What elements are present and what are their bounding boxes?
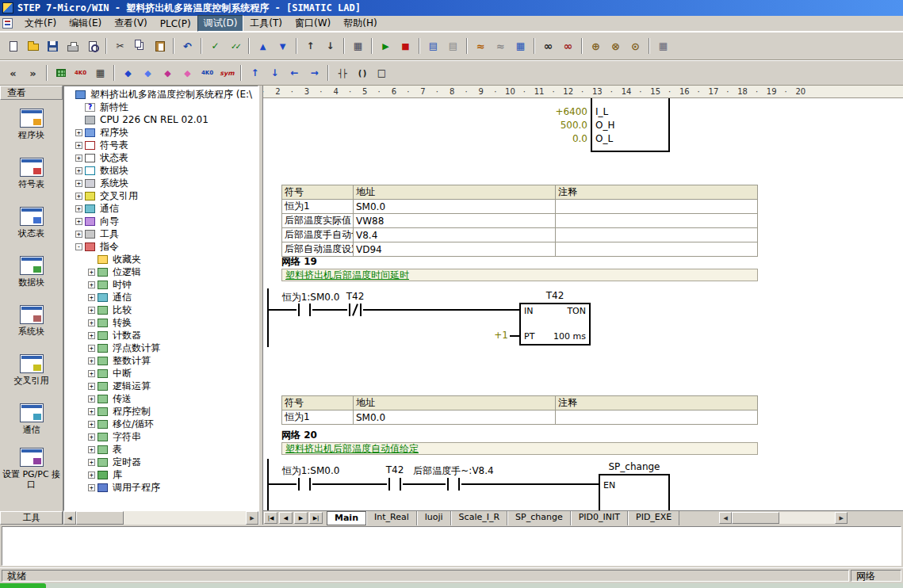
tree-item[interactable]: + 位逻辑: [64, 265, 258, 278]
menu-item[interactable]: 编辑(E): [63, 15, 108, 32]
save-button[interactable]: [44, 37, 62, 55]
tree-expander[interactable]: -: [75, 243, 82, 250]
tree-expander[interactable]: +: [88, 408, 95, 415]
network-comment[interactable]: 塑料挤出机后部温度自动值给定: [281, 442, 758, 455]
tree-expander[interactable]: +: [88, 421, 95, 428]
tree-expander[interactable]: +: [88, 383, 95, 390]
run-button[interactable]: [377, 37, 395, 55]
sidebar-item[interactable]: 交叉引用: [0, 346, 63, 395]
contact-operand[interactable]: T42: [331, 291, 379, 302]
insert-network-button[interactable]: [119, 64, 137, 82]
symbol-cell[interactable]: 恒为1: [282, 410, 354, 425]
cut-button[interactable]: [111, 37, 129, 55]
print-button[interactable]: [63, 37, 82, 55]
symbol-cell[interactable]: 恒为1: [282, 200, 354, 214]
network-title[interactable]: 网络 20: [281, 429, 317, 442]
tree-expander[interactable]: +: [88, 345, 95, 352]
unforce-button[interactable]: [606, 37, 625, 55]
pause-monitor-button[interactable]: [559, 37, 577, 55]
insert-box-button[interactable]: [373, 64, 391, 82]
delete-row-button[interactable]: [178, 64, 197, 82]
tree-item[interactable]: + 表: [64, 443, 258, 456]
symbol-table[interactable]: 符号地址注释 恒为1 SM0.0: [281, 395, 758, 425]
delete-network-button[interactable]: [139, 64, 157, 82]
compile-all-button[interactable]: [226, 37, 244, 55]
scale-operand[interactable]: 0.0: [521, 133, 587, 144]
menu-item[interactable]: 窗口(W): [289, 15, 337, 32]
timer-operand[interactable]: T42: [519, 290, 591, 301]
contact-normally-closed[interactable]: [347, 302, 363, 318]
symbol-cell[interactable]: 后部自动温度设定值: [282, 242, 354, 257]
tree-item[interactable]: + 向导: [64, 215, 258, 227]
tree-item[interactable]: + 状态表: [64, 151, 258, 164]
comment-cell[interactable]: [556, 214, 758, 228]
scrollbar-thumb[interactable]: [732, 512, 779, 524]
symbol-view-toggle-button[interactable]: [218, 64, 236, 82]
next-bookmark-button[interactable]: [24, 64, 42, 82]
tree-item[interactable]: + 程序块: [64, 126, 258, 139]
insert-row-button[interactable]: [159, 64, 177, 82]
sidebar-item[interactable]: 状态表: [0, 198, 63, 247]
start-button-fragment[interactable]: [0, 583, 46, 588]
line-right-button[interactable]: [305, 64, 323, 82]
tree-expander[interactable]: +: [88, 433, 95, 441]
tree-item[interactable]: + 通信: [64, 202, 258, 215]
contact-normally-open[interactable]: [446, 476, 461, 492]
tree-expander[interactable]: +: [88, 307, 95, 314]
menu-item[interactable]: PLC(P): [154, 17, 197, 31]
symbol-table-row[interactable]: 恒为1 SM0.0: [282, 200, 758, 214]
tree-item[interactable]: + 浮点数计算: [64, 342, 258, 354]
tree-expander[interactable]: +: [88, 484, 95, 491]
tree-item[interactable]: + 通信: [64, 291, 258, 304]
symbol-table-row[interactable]: 后部温度手自动切换 V8.4: [282, 228, 758, 242]
network-comment[interactable]: 塑料挤出机后部温度时间延时: [281, 269, 758, 281]
tree-horizontal-scrollbar[interactable]: ◀ ▶: [63, 511, 258, 525]
tree-expander[interactable]: +: [88, 357, 95, 365]
line-down-button[interactable]: [266, 64, 284, 82]
prev-bookmark-button[interactable]: [4, 64, 22, 82]
network-title[interactable]: 网络 19: [281, 255, 317, 269]
program-status-button[interactable]: [424, 37, 442, 55]
next-tab-button[interactable]: ▶: [294, 512, 308, 524]
sort-descending-button[interactable]: [321, 37, 339, 55]
prev-tab-button[interactable]: ◀: [279, 512, 293, 524]
tree-item[interactable]: - 指令: [64, 240, 258, 253]
symbol-cell[interactable]: 后部温度实际值: [282, 214, 354, 228]
comment-cell[interactable]: [556, 410, 758, 425]
menu-item[interactable]: 查看(V): [108, 15, 154, 32]
undo-button[interactable]: [178, 37, 197, 55]
scale-operand[interactable]: 500.0: [521, 120, 587, 131]
tree-expander[interactable]: +: [75, 205, 82, 212]
symbol-table-row[interactable]: 恒为1 SM0.0: [282, 410, 758, 425]
tree-item[interactable]: + 逻辑运算: [64, 380, 258, 392]
menu-item[interactable]: 帮助(H): [337, 15, 383, 32]
insert-contact-button[interactable]: [333, 64, 351, 82]
pou-tab[interactable]: luoji: [417, 511, 451, 525]
sidebar-item[interactable]: 系统块: [0, 296, 63, 346]
stop-button[interactable]: [396, 37, 415, 55]
tree-item[interactable]: + 定时器: [64, 456, 258, 468]
address-cell[interactable]: VW88: [354, 214, 556, 228]
subroutine-block[interactable]: EN: [599, 474, 670, 510]
scale-operand[interactable]: +6400: [521, 106, 587, 117]
comment-cell[interactable]: [556, 200, 758, 214]
tree-expander[interactable]: +: [75, 231, 82, 238]
pou-tab[interactable]: PID0_INIT: [571, 511, 628, 525]
tree-expander[interactable]: +: [75, 167, 82, 174]
first-tab-button[interactable]: |◀: [264, 512, 277, 524]
tree-item[interactable]: + 移位/循环: [64, 418, 258, 430]
pause-program-status-button[interactable]: [444, 37, 462, 55]
address-cell[interactable]: V8.4: [354, 228, 556, 242]
new-file-button[interactable]: [4, 37, 22, 55]
sidebar-item[interactable]: 数据块: [0, 247, 63, 296]
scroll-right-button[interactable]: ▶: [246, 511, 258, 525]
last-tab-button[interactable]: ▶|: [309, 512, 323, 524]
pou-tab[interactable]: Main: [327, 511, 366, 525]
tree-item[interactable]: + 中断: [64, 367, 258, 380]
apply-symbols-button[interactable]: [52, 64, 70, 82]
menu-item[interactable]: 工具(T): [243, 15, 289, 32]
view-bar-header[interactable]: 查看: [0, 86, 63, 100]
comment-cell[interactable]: [556, 242, 758, 257]
tree-expander[interactable]: +: [75, 218, 82, 225]
read-forced-button[interactable]: [626, 37, 645, 55]
